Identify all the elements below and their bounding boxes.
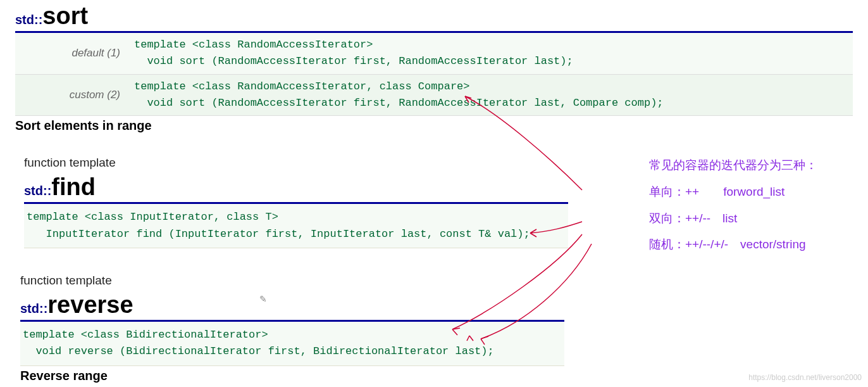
- annot-bidir: 双向：++/-- list: [649, 205, 817, 232]
- watermark-text: https://blog.csdn.net/liverson2000: [748, 373, 862, 382]
- find-ft-label: function template: [24, 156, 568, 170]
- sort-sig-custom: custom (2) template <class RandomAccessI…: [15, 74, 853, 116]
- reverse-signature: template <class BidirectionalIterator> v…: [20, 322, 564, 366]
- reverse-block: function template std::reverse template …: [20, 274, 564, 383]
- find-name: find: [51, 174, 96, 200]
- find-signature: template <class InputIterator, class T> …: [24, 204, 568, 248]
- pencil-icon: ✎: [259, 294, 267, 304]
- std-namespace: std::: [20, 301, 47, 315]
- annot-random: 随机：++/--/+/- vector/string: [649, 231, 817, 258]
- reverse-name: reverse: [47, 291, 133, 318]
- std-namespace: std::: [15, 13, 42, 27]
- find-block: function template std::find template <cl…: [24, 156, 568, 248]
- reverse-title: std::reverse: [20, 289, 564, 319]
- reverse-ft-label: function template: [20, 274, 564, 288]
- sort-section-title: Sort elements in range: [15, 118, 853, 133]
- annot-title: 常见的容器的迭代器分为三种：: [649, 152, 817, 179]
- reverse-section-title: Reverse range: [20, 369, 564, 383]
- sig-label-custom: custom (2): [15, 74, 129, 116]
- sort-sig-default: default (1) template <class RandomAccess…: [15, 33, 853, 74]
- annot-unidir: 单向：++ forword_list: [649, 179, 817, 205]
- sig-label-default: default (1): [15, 33, 129, 74]
- sig-code-custom: template <class RandomAccessIterator, cl…: [129, 74, 853, 116]
- sort-title: std::sort: [15, 0, 853, 30]
- iterator-annotations: 常见的容器的迭代器分为三种： 单向：++ forword_list 双向：++/…: [649, 152, 817, 258]
- sort-block: std::sort default (1) template <class Ra…: [15, 0, 853, 133]
- sig-code-default: template <class RandomAccessIterator> vo…: [129, 33, 853, 74]
- find-title: std::find: [24, 171, 568, 201]
- sort-name: sort: [42, 3, 88, 29]
- sort-signatures: default (1) template <class RandomAccess…: [15, 33, 853, 116]
- std-namespace: std::: [24, 184, 51, 198]
